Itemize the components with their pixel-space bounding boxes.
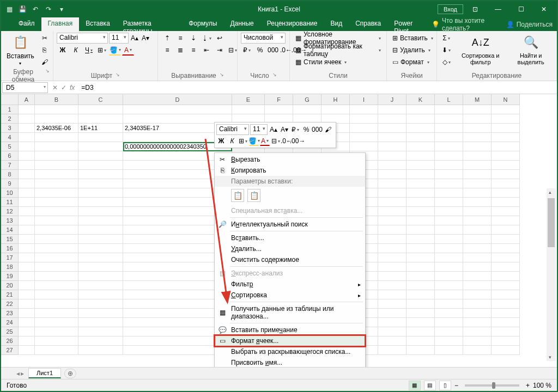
cell-N7[interactable] xyxy=(492,161,520,170)
cell-N8[interactable] xyxy=(492,170,520,179)
cell-L9[interactable] xyxy=(435,179,463,188)
cell-D1[interactable] xyxy=(123,105,232,114)
cell-A27[interactable] xyxy=(19,346,35,355)
col-header-M[interactable]: M xyxy=(463,94,492,105)
align-launcher[interactable]: ↘ xyxy=(220,72,224,79)
cell-A2[interactable] xyxy=(19,114,35,124)
formula-input[interactable] xyxy=(78,83,557,93)
cell-B24[interactable] xyxy=(35,318,78,327)
cell-C15[interactable] xyxy=(78,235,123,244)
cell-J10[interactable] xyxy=(378,188,407,198)
percent-icon[interactable]: % xyxy=(254,45,266,56)
cell-N12[interactable] xyxy=(492,207,520,216)
cell-J2[interactable] xyxy=(378,114,407,124)
cell-A16[interactable] xyxy=(19,244,35,253)
col-header-J[interactable]: J xyxy=(378,94,407,105)
row-header-23[interactable]: 23 xyxy=(1,309,19,318)
increase-indent-icon[interactable]: ⇥ xyxy=(214,45,226,56)
ctx-sort[interactable]: Сортировка xyxy=(215,290,365,301)
cell-M22[interactable] xyxy=(463,299,492,309)
cell-N1[interactable] xyxy=(492,105,520,114)
redo-icon[interactable]: ↷ xyxy=(43,3,54,15)
cell-C9[interactable] xyxy=(78,179,123,188)
cell-L26[interactable] xyxy=(435,336,463,346)
cell-N15[interactable] xyxy=(492,235,520,244)
cell-A6[interactable] xyxy=(19,151,35,161)
cell-L24[interactable] xyxy=(435,318,463,327)
cell-J19[interactable] xyxy=(378,272,407,281)
cell-B19[interactable] xyxy=(35,272,78,281)
cell-B27[interactable] xyxy=(35,346,78,355)
col-header-L[interactable]: L xyxy=(435,94,463,105)
cell-K1[interactable] xyxy=(407,105,435,114)
paste-option-2[interactable]: 📋 xyxy=(247,189,260,202)
sheet-nav[interactable]: ◂▸ xyxy=(12,370,28,377)
row-header-5[interactable]: 5 xyxy=(1,142,19,151)
minimize-button[interactable]: — xyxy=(487,1,509,17)
cell-A18[interactable] xyxy=(19,262,35,272)
cell-C1[interactable] xyxy=(78,105,123,114)
cell-A25[interactable] xyxy=(19,327,35,336)
cell-M8[interactable] xyxy=(463,170,492,179)
zoom-out[interactable]: − xyxy=(454,382,458,389)
cell-N17[interactable] xyxy=(492,253,520,262)
cell-L22[interactable] xyxy=(435,299,463,309)
cell-J18[interactable] xyxy=(378,262,407,272)
autosum-icon[interactable]: Σ xyxy=(440,33,452,44)
cell-I1[interactable] xyxy=(350,105,378,114)
mini-painter-icon[interactable]: 🖌 xyxy=(323,125,333,134)
cell-L27[interactable] xyxy=(435,346,463,355)
cell-M2[interactable] xyxy=(463,114,492,124)
cell-A11[interactable] xyxy=(19,198,35,207)
undo-icon[interactable]: ↶ xyxy=(29,3,41,15)
cell-F1[interactable] xyxy=(265,105,293,114)
cell-J17[interactable] xyxy=(378,253,407,262)
tab-view[interactable]: Вид xyxy=(324,17,349,31)
cell-M17[interactable] xyxy=(463,253,492,262)
mini-shrink-icon[interactable]: A▾ xyxy=(280,125,289,134)
row-header-12[interactable]: 12 xyxy=(1,207,19,216)
cell-A9[interactable] xyxy=(19,179,35,188)
row-header-15[interactable]: 15 xyxy=(1,235,19,244)
row-header-11[interactable]: 11 xyxy=(1,198,19,207)
cell-J11[interactable] xyxy=(378,198,407,207)
cell-J25[interactable] xyxy=(378,327,407,336)
row-header-19[interactable]: 19 xyxy=(1,272,19,281)
cell-K15[interactable] xyxy=(407,235,435,244)
cell-B16[interactable] xyxy=(35,244,78,253)
cell-J1[interactable] xyxy=(378,105,407,114)
mini-fontcolor[interactable]: A xyxy=(260,136,270,146)
ctx-delete[interactable]: Удалить... xyxy=(215,243,365,254)
cell-H1[interactable] xyxy=(322,105,350,114)
cell-N2[interactable] xyxy=(492,114,520,124)
row-header-1[interactable]: 1 xyxy=(1,105,19,114)
cell-K24[interactable] xyxy=(407,318,435,327)
cell-B18[interactable] xyxy=(35,262,78,272)
cell-K8[interactable] xyxy=(407,170,435,179)
cell-C24[interactable] xyxy=(78,318,123,327)
sort-filter-button[interactable]: A↓Z Сортировка и фильтр xyxy=(454,33,506,66)
cell-N18[interactable] xyxy=(492,262,520,272)
cell-K5[interactable] xyxy=(407,142,435,151)
cell-L13[interactable] xyxy=(435,216,463,225)
cell-A21[interactable] xyxy=(19,290,35,299)
cell-K14[interactable] xyxy=(407,225,435,235)
cell-M6[interactable] xyxy=(463,151,492,161)
row-header-14[interactable]: 14 xyxy=(1,225,19,235)
cell-C11[interactable] xyxy=(78,198,123,207)
cell-J26[interactable] xyxy=(378,336,407,346)
cell-B23[interactable] xyxy=(35,309,78,318)
cell-N22[interactable] xyxy=(492,299,520,309)
cell-N6[interactable] xyxy=(492,151,520,161)
cell-styles[interactable]: ▦Стили ячеек xyxy=(293,57,349,68)
borders-button[interactable]: ⊞ xyxy=(96,45,108,56)
cell-C20[interactable] xyxy=(78,281,123,290)
wrap-text-icon[interactable]: ↩ xyxy=(214,33,226,44)
cell-K7[interactable] xyxy=(407,161,435,170)
cell-L4[interactable] xyxy=(435,133,463,142)
ribbon-display-icon[interactable]: ⊡ xyxy=(464,1,486,17)
row-header-8[interactable]: 8 xyxy=(1,170,19,179)
cell-L17[interactable] xyxy=(435,253,463,262)
cell-N3[interactable] xyxy=(492,124,520,133)
cell-A22[interactable] xyxy=(19,299,35,309)
